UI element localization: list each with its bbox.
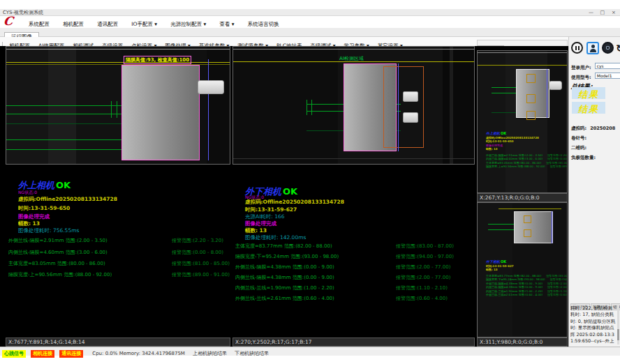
lower-camera-coords: X:270;Y:2502;R:17;G:17;B:17 [232,338,475,347]
ng-preview-bottom-coords: X:311;Y:980;R:0;G:0;B:0 [477,338,568,347]
menu-bar: C 系统配置 相机配置 通讯配置 IO手配置 ▾ 光源控制配置 ▾ 查看 ▾ 系… [0,16,620,28]
process-done-line: 图像处理完成 [18,213,50,220]
refresh-button[interactable]: ↻ [614,42,620,54]
time-line: 时间:13-31-59-650 [18,205,70,212]
measurement-alarm: 报警范围:(2.00 - 77.00) [396,264,450,271]
pause-icon [575,46,577,50]
mini-results-bottom: 外下相机OK 时间:13-31-59-627 幅数: 13 主体宽度=83.77… [486,257,568,297]
measurement-value: 外侧兰线-兰线=2.61mm 范围:(0.60 - 4.00) [235,295,334,302]
height-overlay-text: 隔膜高值:93, 检查高值:100 [124,56,191,64]
user-icon [591,45,595,48]
lower-camera-image[interactable]: AI检测区域 [232,46,475,165]
title-bar: CYS-视觉检测系统 — □ × [0,9,620,16]
window-controls: — □ × [586,9,619,16]
bright-spot [403,91,418,102]
stop-icon [606,46,610,50]
minimize-button[interactable]: — [586,9,596,16]
log-text: 耗时: 222, 缺陷检测耗时: 17, 缺陷分类耗时: 0, 缺陷提取分区耗时… [570,305,617,344]
cell-region-mini [514,211,553,243]
measurement-alarm: 报警范围:(81.00 - 85.00) [172,260,230,267]
app-logo-icon: C [3,14,14,28]
vcode-value: 20250208 [590,126,615,131]
cpu-memory-text: Cpu: 0.0% Memory: 3424.41796875M [92,349,185,358]
close-button[interactable]: × [609,9,619,16]
upper-camera-results: 外上相机OK NG状态:0 虚拟码:Offline202502081331347… [6,165,230,338]
ng-preview-top[interactable]: 外上相机OK 虚拟码:Offline20250208133134728 时间:1… [477,50,568,193]
measurement-value: 内侧兰线-隔膜=4.38mm 范围:(0.00 - 9.00) [235,274,334,281]
ai-elapsed-line: 光源AI耗时: 166 [245,213,285,220]
user-mode-button[interactable] [586,42,599,54]
connector-blob [198,80,224,94]
result-box-lower: 结果 [572,102,605,114]
measurement-alarm: 报警范围:(83.00 - 87.00) [396,243,454,250]
ng-preview-bottom[interactable]: 外下相机OK 时间:13-31-59-627 幅数: 13 主体宽度=83.77… [477,202,568,338]
camera-status: OK [283,186,297,197]
model-input[interactable]: Model1 [595,73,620,79]
measurement-alarm: 报警范围:(0.60 - 4.00) [396,295,448,302]
upper-defect-result: 上相机缺陷结果 [193,349,227,358]
measurement-alarm: 报警范围:(89.00 - 91.00) [172,271,230,278]
foil-count-label: 负极箔数量: [571,155,596,160]
measurement-value: 主体宽度=83.05mm 范围:(80.00 - 86.00) [8,260,105,267]
ng-preview-top-coords: X:267;Y:13;R:0;G:0;B:0 [477,193,568,202]
heartbeat-badge: 心跳信号 [2,350,26,358]
time-line: 时间:13-31-59-627 [245,206,297,213]
camera-status: OK [56,180,71,190]
barcode-line: 虚拟码:Offline20250208133134728 [18,196,117,203]
comm-connect-badge: 通讯连接 [59,350,83,358]
result-box-upper: 结果 [572,87,605,99]
upper-camera-coords: X:7677;Y:891;R:14;G:14;B:14 [6,338,230,347]
measurement-alarm: 报警范围:(1.10 - 2.10) [396,285,448,291]
elapsed-line: 图像处理耗时: 756.55ms [18,227,79,234]
frame-line: 幅数: 13 [245,227,267,234]
control-sidebar: ↻ 登录用户: cys 使用型号: Model1 总结果: 结果 结果 虚拟码:… [568,37,620,347]
ng-info: NG状态:0 [18,190,37,196]
measurement-alarm: 报警范围:(94.00 - 97.00) [396,253,454,260]
frame-line: 幅数: 13 [18,220,40,227]
measurement-value: 外侧兰线-隔膜=4.38mm 范围:(0.00 - 9.00) [235,264,334,271]
tab-row: 运行图像 [0,28,620,37]
upper-camera-image[interactable]: 隔膜高值:93, 检查高值:100 [6,46,230,165]
pause-button[interactable] [571,42,583,54]
measurement-value: 主体宽度=83.77mm 范围:(82.00 - 88.00) [235,243,332,250]
maximize-button[interactable]: □ [598,9,607,16]
measurement-value: 隔膜宽度-下=95.24mm 范围:(93.00 - 98.00) [235,253,339,260]
elapsed-line: 图像处理耗时: 142.00ms [245,234,306,241]
bright-spot [403,112,418,123]
measurement-value: 外侧兰线-隔膜=2.91mm 范围:(2.00 - 3.50) [8,237,108,244]
camera-connect-badge: 相机连接 [31,350,54,358]
ai-detect-rect [383,66,424,148]
ai-region-label: AI检测区域 [339,55,364,62]
measurement-alarm: 报警范围:(0.00 - 8.00) [172,249,223,256]
lower-defect-result: 下相机缺陷结果 [235,349,269,358]
mini-results-top: 外上相机OK 虚拟码:Offline20250208133134728 时间:1… [486,129,568,169]
refresh-icon: ↻ [616,43,620,54]
camera-name: 外上相机 [18,180,54,190]
log-scroll-thumb[interactable] [617,329,619,340]
status-bar: 心跳信号 相机连接 通讯连接 Cpu: 0.0% Memory: 3424.41… [0,347,620,356]
lower-camera-results: 外下相机OK NG状态:0 虚拟码:Offline202502081331347… [232,165,475,338]
cell-region-left [121,65,200,160]
measurement-alarm: 报警范围:(2.00 - 77.00) [396,274,450,281]
barcode-line: 虚拟码:Offline20250208133134728 [245,199,344,206]
measurement-value: 内侧兰线-兰线=1.90mm 范围:(1.00 - 2.20) [235,285,334,291]
measurement-alarm: 报警范围:(2.20 - 3.20) [172,237,223,244]
app-window: CYS-视觉检测系统 — □ × C 系统配置 相机配置 通讯配置 IO手配置 … [0,0,620,364]
measurement-value: 隔膜宽度-上=90.56mm 范围:(88.00 - 92.00) [8,271,112,278]
stop-button[interactable] [602,42,614,54]
measurement-value: 内侧兰线-隔膜=4.60mm 范围:(3.00 - 6.00) [8,249,108,256]
log-scrollbar[interactable] [617,305,619,344]
process-done-line: 图像处理完成 [245,220,276,227]
main-area: 隔膜高值:93, 检查高值:100 外上相机OK NG状态:0 虚拟码:Offl… [0,46,620,347]
